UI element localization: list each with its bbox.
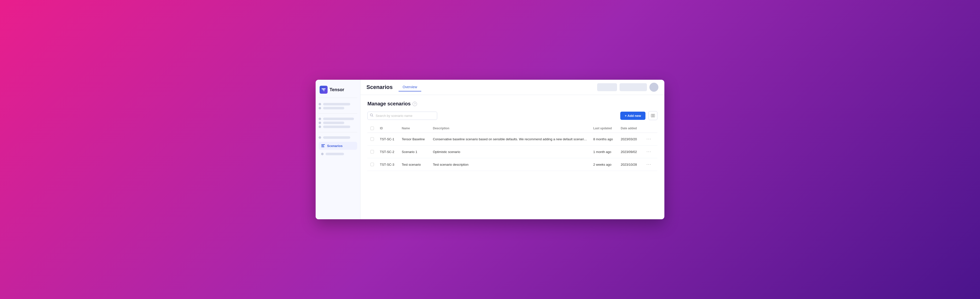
scenarios-icon xyxy=(321,144,325,148)
header-actions xyxy=(597,83,659,92)
sidebar-dot xyxy=(318,122,321,124)
avatar xyxy=(649,83,659,92)
row-description: Conservative baseline scenario based on … xyxy=(430,133,590,146)
svg-rect-4 xyxy=(321,146,324,146)
header: Scenarios Overview xyxy=(361,80,664,95)
sidebar-dot xyxy=(318,136,321,139)
sidebar-skeleton xyxy=(326,153,344,155)
scenarios-table: ID Name Description Last updated Date ad… xyxy=(368,124,657,171)
row-actions-cell: ··· xyxy=(641,133,657,146)
table-body: TST-SC-1 Tensor Baseline Conservative ba… xyxy=(368,133,657,171)
manage-scenarios-title: Manage scenarios xyxy=(368,101,410,107)
row-checkbox-cell xyxy=(368,133,377,146)
table-row: TST-SC-1 Tensor Baseline Conservative ba… xyxy=(368,133,657,146)
add-new-button[interactable]: + Add new xyxy=(620,111,646,120)
tab-nav: Overview xyxy=(399,83,591,91)
svg-rect-9 xyxy=(654,114,655,117)
row-checkbox-cell xyxy=(368,158,377,171)
column-toggle-button[interactable] xyxy=(648,111,657,120)
sidebar-skeleton xyxy=(323,107,344,110)
row-actions-cell: ··· xyxy=(641,158,657,171)
row-last-updated: 8 months ago xyxy=(590,133,617,146)
help-icon[interactable]: ? xyxy=(412,102,417,106)
sidebar-skeleton xyxy=(323,103,350,105)
svg-rect-0 xyxy=(321,89,326,89)
row-more-button[interactable]: ··· xyxy=(644,136,653,142)
page-body: Manage scenarios ? + Add new xyxy=(361,95,664,219)
sidebar-divider xyxy=(318,113,357,114)
logo-icon xyxy=(320,86,328,94)
svg-rect-2 xyxy=(323,91,325,91)
col-last-updated: Last updated xyxy=(590,124,617,133)
row-name[interactable]: Tensor Baseline xyxy=(399,133,430,146)
row-date-added: 2023/03/20 xyxy=(618,133,642,146)
row-checkbox[interactable] xyxy=(371,150,374,153)
sidebar-divider xyxy=(318,132,357,132)
header-checkbox-cell xyxy=(368,124,377,133)
sidebar-skeleton xyxy=(323,126,350,128)
row-checkbox-cell xyxy=(368,146,377,158)
header-button-skeleton-2 xyxy=(619,83,647,91)
search-icon xyxy=(370,113,374,118)
row-name[interactable]: Scenario 1 xyxy=(399,146,430,158)
sidebar-dot xyxy=(318,103,321,105)
row-description: Optimistic scenario xyxy=(430,146,590,158)
main-content: Scenarios Overview Manage scenarios ? xyxy=(361,80,664,219)
sidebar-item-scenarios-label: Scenarios xyxy=(327,144,342,148)
row-checkbox[interactable] xyxy=(371,163,374,166)
header-button-skeleton-1 xyxy=(597,83,617,91)
row-last-updated: 1 month ago xyxy=(590,146,617,158)
row-more-button[interactable]: ··· xyxy=(644,148,653,155)
col-date-added: Date added xyxy=(618,124,642,133)
svg-rect-3 xyxy=(321,144,325,145)
sidebar-item-scenarios[interactable]: Scenarios xyxy=(318,142,357,150)
search-wrap xyxy=(368,111,437,120)
sidebar-dot xyxy=(318,107,321,110)
page-title: Scenarios xyxy=(366,84,393,91)
row-date-added: 2023/10/28 xyxy=(618,158,642,171)
sidebar-skeleton-top xyxy=(318,102,357,110)
sidebar-skeleton xyxy=(323,136,350,139)
logo-text: Tensor xyxy=(329,87,344,92)
col-actions xyxy=(641,124,657,133)
row-id: TST-SC-2 xyxy=(377,146,399,158)
row-checkbox[interactable] xyxy=(371,137,374,141)
search-input[interactable] xyxy=(368,111,437,120)
logo-area: Tensor xyxy=(318,84,357,98)
sidebar-skeleton-middle xyxy=(318,117,357,129)
sidebar-dot xyxy=(318,118,321,120)
svg-rect-1 xyxy=(323,89,325,90)
table-header: ID Name Description Last updated Date ad… xyxy=(368,124,657,133)
sidebar-skeleton-bottom xyxy=(318,135,357,140)
tab-overview[interactable]: Overview xyxy=(399,83,421,91)
row-name[interactable]: Test scenario xyxy=(399,158,430,171)
toolbar-right: + Add new xyxy=(620,111,657,120)
sidebar-dot xyxy=(321,153,324,155)
sidebar-skeleton xyxy=(323,118,354,120)
app-container: Tensor xyxy=(316,80,664,219)
table-row: TST-SC-3 Test scenario Test scenario des… xyxy=(368,158,657,171)
svg-rect-7 xyxy=(651,114,652,117)
row-id: TST-SC-1 xyxy=(377,133,399,146)
manage-title-row: Manage scenarios ? xyxy=(368,101,657,107)
row-date-added: 2023/09/02 xyxy=(618,146,642,158)
select-all-checkbox[interactable] xyxy=(371,127,374,130)
col-description: Description xyxy=(430,124,590,133)
toolbar-row: + Add new xyxy=(368,111,657,120)
row-description: Test scenario description xyxy=(430,158,590,171)
sidebar: Tensor xyxy=(316,80,361,219)
table-row: TST-SC-2 Scenario 1 Optimistic scenario … xyxy=(368,146,657,158)
col-name: Name xyxy=(399,124,430,133)
table-header-row: ID Name Description Last updated Date ad… xyxy=(368,124,657,133)
row-id: TST-SC-3 xyxy=(377,158,399,171)
svg-rect-8 xyxy=(652,114,654,117)
row-more-button[interactable]: ··· xyxy=(644,161,653,168)
col-id: ID xyxy=(377,124,399,133)
svg-rect-5 xyxy=(321,146,325,147)
row-actions-cell: ··· xyxy=(641,146,657,158)
sidebar-dot xyxy=(318,126,321,128)
sidebar-skeleton xyxy=(323,122,344,124)
row-last-updated: 2 weeks ago xyxy=(590,158,617,171)
